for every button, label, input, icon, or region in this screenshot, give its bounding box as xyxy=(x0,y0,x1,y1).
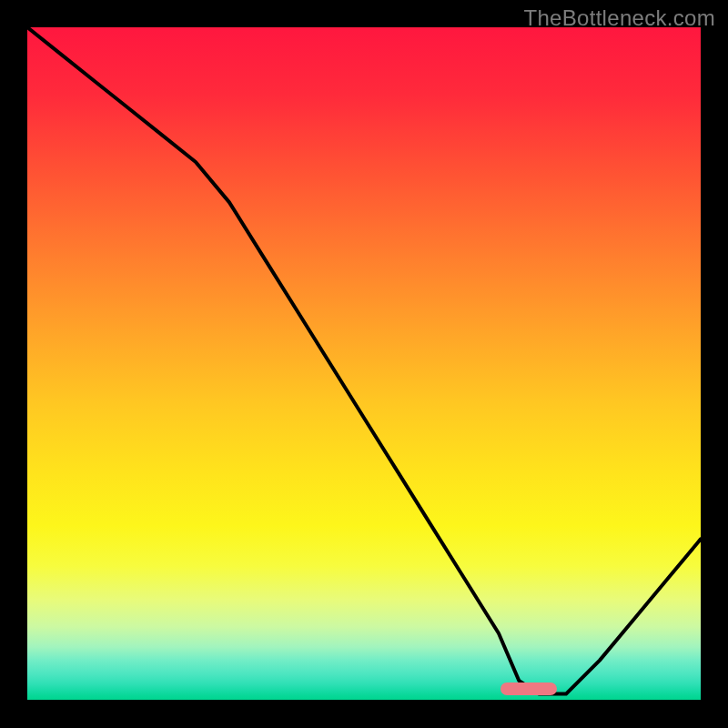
watermark-text: TheBottleneck.com xyxy=(523,5,715,31)
bottleneck-curve xyxy=(27,27,701,701)
chart-container: TheBottleneck.com xyxy=(0,0,728,728)
optimum-marker xyxy=(500,682,557,695)
x-axis-line xyxy=(27,700,701,702)
plot-area xyxy=(27,27,701,701)
